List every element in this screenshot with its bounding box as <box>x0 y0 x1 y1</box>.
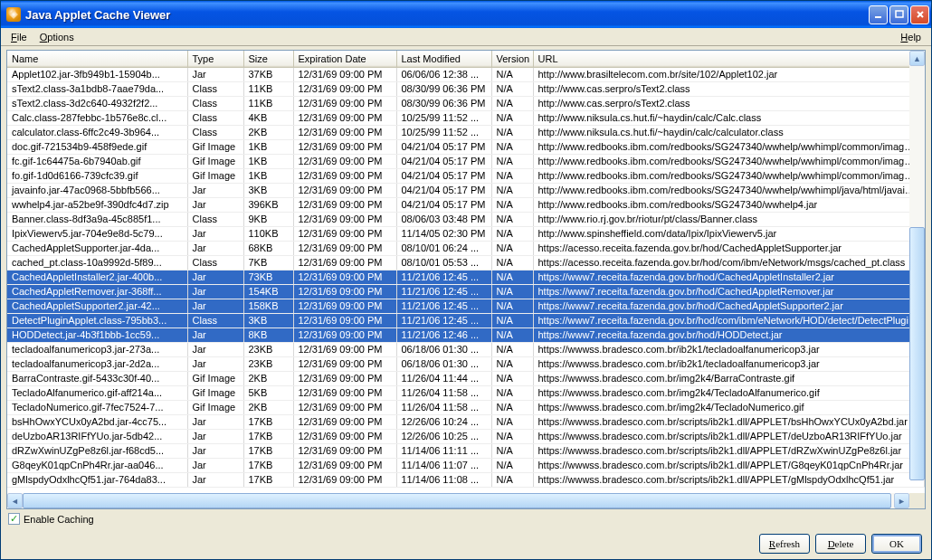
cell-mod: 08/10/01 05:53 ... <box>396 255 491 270</box>
titlebar[interactable]: Java Applet Cache Viewer <box>1 1 931 28</box>
scroll-right-icon[interactable]: ► <box>894 493 909 508</box>
cell-url: http://www.spinsheffield.com/data/Ipix/I… <box>533 226 925 241</box>
table-row[interactable]: doc.gif-721534b9-458f9ede.gifGif Image1K… <box>7 139 925 154</box>
cell-mod: 11/26/04 11:44 ... <box>396 371 491 385</box>
ok-button[interactable]: OK <box>871 534 922 554</box>
cell-exp: 12/31/69 09:00 PM <box>293 168 396 183</box>
cell-exp: 12/31/69 09:00 PM <box>293 400 396 414</box>
delete-label-rest: elete <box>835 538 854 549</box>
horizontal-scrollbar[interactable]: ◄ ► <box>7 493 925 508</box>
cell-exp: 12/31/69 09:00 PM <box>293 110 396 125</box>
cell-size: 17KB <box>243 414 293 429</box>
cell-mod: 11/21/06 12:45 ... <box>396 313 491 327</box>
table-row[interactable]: TecladoNumerico.gif-7fec7524-7...Gif Ima… <box>7 400 925 414</box>
col-modified[interactable]: Last Modified <box>396 51 491 67</box>
table-row[interactable]: HODDetect.jar-4b3f1bbb-1cc59...Jar8KB12/… <box>7 327 925 342</box>
scroll-left-icon[interactable]: ◄ <box>7 493 23 508</box>
vertical-scrollbar[interactable]: ▲ ▼ <box>909 51 925 478</box>
cell-name: CachedAppletSupporter2.jar-42... <box>7 299 187 313</box>
cell-mod: 11/21/06 12:45 ... <box>396 270 491 284</box>
table-row[interactable]: dRZwXwinUZgPe8z6l.jar-f68cd5...Jar17KB12… <box>7 443 925 458</box>
table-row[interactable]: cached_pt.class-10a9992d-5f89...Class7KB… <box>7 255 925 270</box>
table-row[interactable]: javainfo.jar-47ac0968-5bbfb566...Jar3KB1… <box>7 183 925 197</box>
table-row[interactable]: Applet102.jar-3fb949b1-15904b...Jar37KB1… <box>7 67 925 81</box>
scroll-corner <box>909 493 925 508</box>
table-row[interactable]: CachedAppletSupporter2.jar-42...Jar158KB… <box>7 299 925 313</box>
cell-name: CachedAppletSupporter.jar-4da... <box>7 241 187 255</box>
cell-name: DetectPluginApplet.class-795bb3... <box>7 313 187 327</box>
cell-exp: 12/31/69 09:00 PM <box>293 183 396 197</box>
scroll-thumb[interactable] <box>909 227 925 480</box>
cell-size: 7KB <box>243 255 293 270</box>
table-row[interactable]: calculator.class-6ffc2c49-3b964...Class2… <box>7 125 925 139</box>
cell-size: 68KB <box>243 241 293 255</box>
cell-url: https://wwwss.bradesco.com.br/img2k4/Tec… <box>533 400 925 414</box>
table-row[interactable]: fo.gif-1d0d6166-739cfc39.gifGif Image1KB… <box>7 168 925 183</box>
cell-ver: N/A <box>491 385 533 400</box>
table-row[interactable]: gMlspdyOdxlhcQf51.jar-764da83...Jar17KB1… <box>7 472 925 487</box>
cell-size: 2KB <box>243 400 293 414</box>
table-row[interactable]: TecladoAlfanumerico.gif-aff214a...Gif Im… <box>7 385 925 400</box>
cell-url: http://www.redbooks.ibm.com/redbooks/SG2… <box>533 154 925 168</box>
col-url[interactable]: URL <box>533 51 925 67</box>
cell-ver: N/A <box>491 299 533 313</box>
cell-exp: 12/31/69 09:00 PM <box>293 327 396 342</box>
col-expiration[interactable]: Expiration Date <box>293 51 396 67</box>
col-size[interactable]: Size <box>243 51 293 67</box>
cell-size: 396KB <box>243 197 293 212</box>
table-row[interactable]: CachedAppletInstaller2.jar-400b...Jar73K… <box>7 270 925 284</box>
table-row[interactable]: sText2.class-3d2c640-4932f2f2...Class11K… <box>7 96 925 110</box>
cell-exp: 12/31/69 09:00 PM <box>293 81 396 96</box>
window-title: Java Applet Cache Viewer <box>25 8 170 22</box>
table-row[interactable]: tecladoalfanumericop3.jar-273a...Jar23KB… <box>7 342 925 356</box>
cell-exp: 12/31/69 09:00 PM <box>293 154 396 168</box>
table-row[interactable]: Banner.class-8df3a9a-45c885f1...Class9KB… <box>7 212 925 226</box>
table-row[interactable]: wwhelp4.jar-a52be9f-390dfc4d7.zipJar396K… <box>7 197 925 212</box>
cell-exp: 12/31/69 09:00 PM <box>293 212 396 226</box>
cell-size: 2KB <box>243 125 293 139</box>
table-row[interactable]: IpixViewerv5.jar-704e9e8d-5c79...Jar110K… <box>7 226 925 241</box>
cell-size: 11KB <box>243 96 293 110</box>
cell-exp: 12/31/69 09:00 PM <box>293 255 396 270</box>
menu-help[interactable]: Help <box>894 30 927 44</box>
maximize-button[interactable] <box>889 5 908 24</box>
scroll-up-icon[interactable]: ▲ <box>909 51 925 66</box>
cell-mod: 11/26/04 11:58 ... <box>396 400 491 414</box>
menu-options[interactable]: Options <box>33 30 81 44</box>
table-row[interactable]: DetectPluginApplet.class-795bb3...Class3… <box>7 313 925 327</box>
delete-button[interactable]: Delete <box>815 534 866 554</box>
cell-mod: 04/21/04 05:17 PM <box>396 168 491 183</box>
table-row[interactable]: CachedAppletSupporter.jar-4da...Jar68KB1… <box>7 241 925 255</box>
menu-help-label: elp <box>908 32 921 43</box>
table-row[interactable]: G8qeyK01qpCnPh4Rr.jar-aa046...Jar17KB12/… <box>7 458 925 472</box>
hscroll-thumb[interactable] <box>23 493 891 508</box>
cell-url: http://www.cas.serpro/sText2.class <box>533 96 925 110</box>
table-row[interactable]: CachedAppletRemover.jar-368ff...Jar154KB… <box>7 284 925 299</box>
enable-caching-checkbox[interactable]: ✓ Enable Caching <box>8 513 94 525</box>
close-button[interactable] <box>910 5 929 24</box>
table-row[interactable]: sText2.class-3a1bdb8-7aae79da...Class11K… <box>7 81 925 96</box>
cell-mod: 06/18/06 01:30 ... <box>396 356 491 371</box>
table-row[interactable]: bsHhOwxYCUx0yA2bd.jar-4cc75...Jar17KB12/… <box>7 414 925 429</box>
cell-ver: N/A <box>491 125 533 139</box>
cell-ver: N/A <box>491 96 533 110</box>
cell-url: https://www7.receita.fazenda.gov.br/hod/… <box>533 284 925 299</box>
cell-url: https://wwwss.bradesco.com.br/scripts/ib… <box>533 458 925 472</box>
minimize-button[interactable] <box>869 5 888 24</box>
menu-file[interactable]: File <box>5 30 33 44</box>
col-version[interactable]: Version <box>491 51 533 67</box>
cell-ver: N/A <box>491 414 533 429</box>
cell-size: 17KB <box>243 429 293 443</box>
cell-mod: 11/14/06 11:07 ... <box>396 458 491 472</box>
table-row[interactable]: deUzboAR13RIFfYUo.jar-5db42...Jar17KB12/… <box>7 429 925 443</box>
refresh-button[interactable]: Refresh <box>759 534 810 554</box>
cell-url: http://www.niksula.cs.hut.fi/~haydin/cal… <box>533 110 925 125</box>
col-type[interactable]: Type <box>187 51 243 67</box>
table-row[interactable]: fc.gif-1c64475a-6b7940ab.gifGif Image1KB… <box>7 154 925 168</box>
cell-type: Jar <box>187 299 243 313</box>
col-name[interactable]: Name <box>7 51 187 67</box>
table-row[interactable]: Calc.class-287febbc-1b576e8c.cl...Class4… <box>7 110 925 125</box>
table-row[interactable]: BarraContraste.gif-5433c30f-40...Gif Ima… <box>7 371 925 385</box>
cell-type: Jar <box>187 443 243 458</box>
table-row[interactable]: tecladoalfanumericop3.jar-2d2a...Jar23KB… <box>7 356 925 371</box>
